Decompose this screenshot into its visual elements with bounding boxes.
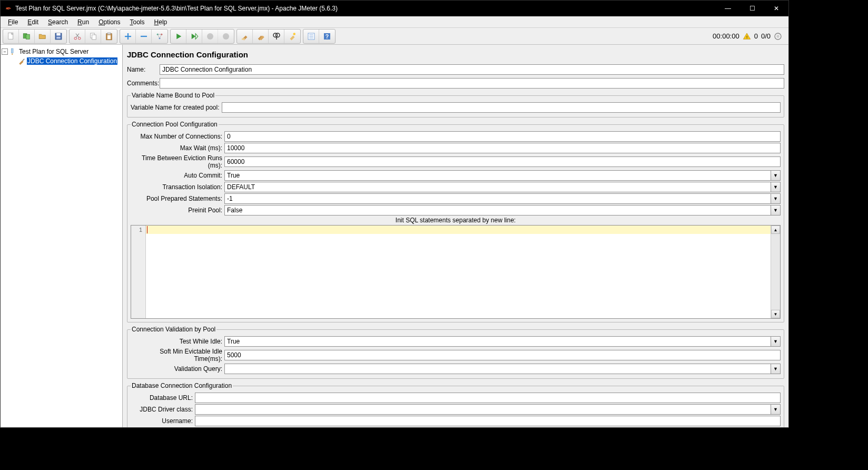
initsql-editor[interactable]: 1 ▲ ▼	[131, 225, 781, 319]
db-url-label: Database URL:	[131, 394, 195, 402]
warning-icon[interactable]: !	[743, 32, 751, 41]
collapse-handle-icon[interactable]: −	[2, 48, 8, 55]
close-button[interactable]: ✕	[764, 1, 788, 16]
help-icon[interactable]: ?	[319, 30, 335, 43]
max-wait-input[interactable]	[224, 143, 781, 153]
chevron-down-icon[interactable]: ▼	[771, 182, 781, 192]
svg-rect-9	[92, 35, 96, 40]
menubar: File Edit Search Run Options Tools Help	[1, 16, 788, 28]
txiso-label: Transaction Isolation:	[131, 183, 224, 191]
svg-rect-12	[107, 35, 111, 39]
svg-point-27	[776, 35, 779, 37]
preinit-select[interactable]	[224, 205, 771, 216]
validation-legend: Connection Validation by Pool	[131, 326, 216, 333]
new-icon[interactable]	[3, 30, 19, 43]
cut-icon[interactable]	[70, 30, 85, 43]
shutdown-icon[interactable]	[218, 30, 234, 43]
menu-search[interactable]: Search	[44, 17, 72, 27]
comments-label: Comments:	[127, 80, 160, 87]
clear-icon[interactable]	[237, 30, 253, 43]
db-url-input[interactable]	[195, 393, 781, 403]
clear-all-icon[interactable]	[253, 30, 269, 43]
start-icon[interactable]	[171, 30, 186, 43]
svg-point-6	[74, 37, 77, 40]
tree-root[interactable]: − Test Plan for SQL Server	[2, 47, 121, 56]
svg-point-16	[207, 33, 213, 40]
preinit-label: Preinit Pool:	[131, 207, 224, 214]
warning-count: 0	[754, 32, 758, 40]
max-connections-input[interactable]	[224, 131, 781, 142]
variable-name-input[interactable]	[222, 102, 781, 113]
chevron-down-icon[interactable]: ▼	[771, 193, 781, 204]
window-controls: — ☐ ✕	[716, 1, 788, 16]
search-icon[interactable]	[269, 30, 284, 43]
username-label: Username:	[131, 417, 195, 425]
testplan-icon	[9, 47, 17, 56]
variable-name-label: Variable Name for created pool:	[131, 104, 222, 111]
editor-scrollbar[interactable]: ▲ ▼	[771, 226, 780, 318]
cursor-icon	[147, 226, 147, 233]
toggle-icon[interactable]	[152, 30, 167, 43]
vquery-label: Validation Query:	[131, 365, 224, 373]
maximize-button[interactable]: ☐	[740, 1, 764, 16]
editor-body[interactable]	[146, 226, 771, 318]
db-connection-group: Database Connection Configuration Databa…	[127, 382, 784, 427]
test-idle-select[interactable]	[224, 336, 771, 347]
svg-rect-18	[242, 38, 245, 40]
tree-root-label: Test Plan for SQL Server	[18, 48, 89, 55]
page-title: JDBC Connection Configuration	[127, 50, 784, 59]
prepstmt-select[interactable]	[224, 193, 771, 204]
txiso-select[interactable]	[224, 182, 771, 192]
comments-input[interactable]	[160, 78, 784, 89]
name-label: Name:	[127, 66, 160, 73]
autocommit-label: Auto Commit:	[131, 172, 224, 179]
reset-search-icon[interactable]	[284, 30, 300, 43]
stop-icon[interactable]	[202, 30, 218, 43]
menu-tools[interactable]: Tools	[126, 17, 149, 27]
chevron-down-icon[interactable]: ▼	[771, 205, 781, 216]
open-icon[interactable]	[35, 30, 51, 43]
collapse-icon[interactable]	[136, 30, 152, 43]
driver-select[interactable]	[195, 404, 771, 415]
titlebar: ✒ Test Plan for SQL Server.jmx (C:\My\ap…	[1, 1, 788, 16]
prepstmt-label: Pool Prepared Statements:	[131, 195, 224, 202]
paste-icon[interactable]	[101, 30, 117, 43]
scroll-down-icon[interactable]: ▼	[771, 310, 780, 318]
tree-child-label: JDBC Connection Configuration	[27, 57, 117, 65]
start-no-timers-icon[interactable]	[186, 30, 202, 43]
tree-jdbc-config[interactable]: JDBC Connection Configuration	[2, 56, 121, 66]
chevron-down-icon[interactable]: ▼	[771, 336, 781, 347]
menu-edit[interactable]: Edit	[23, 17, 43, 27]
svg-text:!: !	[746, 35, 747, 40]
menu-help[interactable]: Help	[150, 17, 172, 27]
menu-options[interactable]: Options	[94, 17, 124, 27]
username-input[interactable]	[195, 416, 781, 426]
chevron-down-icon[interactable]: ▼	[771, 170, 781, 181]
menu-file[interactable]: File	[4, 17, 22, 27]
test-idle-label: Test While Idle:	[131, 338, 224, 345]
name-input[interactable]	[160, 64, 784, 75]
svg-text:?: ?	[326, 33, 329, 39]
minimize-button[interactable]: —	[716, 1, 740, 16]
softmin-label: Soft Min Evictable Idle Time(ms):	[131, 348, 224, 363]
autocommit-select[interactable]	[224, 170, 771, 181]
scroll-up-icon[interactable]: ▲	[771, 226, 780, 234]
copy-icon[interactable]	[85, 30, 101, 43]
elapsed-time: 00:00:00	[713, 32, 739, 40]
save-icon[interactable]	[51, 30, 66, 43]
db-connection-legend: Database Connection Configuration	[131, 382, 233, 389]
variable-pool-group: Variable Name Bound to Pool Variable Nam…	[127, 92, 784, 117]
templates-icon[interactable]	[19, 30, 35, 43]
menu-run[interactable]: Run	[73, 17, 93, 27]
test-plan-tree[interactable]: − Test Plan for SQL Server JDBC Connecti…	[1, 45, 123, 427]
driver-label: JDBC Driver class:	[131, 406, 195, 413]
eviction-label: Time Between Eviction Runs (ms):	[131, 154, 224, 169]
chevron-down-icon[interactable]: ▼	[771, 404, 781, 415]
function-helper-icon[interactable]	[303, 30, 319, 43]
vquery-select[interactable]	[224, 364, 771, 374]
chevron-down-icon[interactable]: ▼	[771, 364, 781, 374]
eviction-input[interactable]	[224, 156, 781, 167]
softmin-input[interactable]	[224, 350, 781, 360]
svg-point-17	[223, 33, 229, 40]
expand-icon[interactable]	[120, 30, 136, 43]
